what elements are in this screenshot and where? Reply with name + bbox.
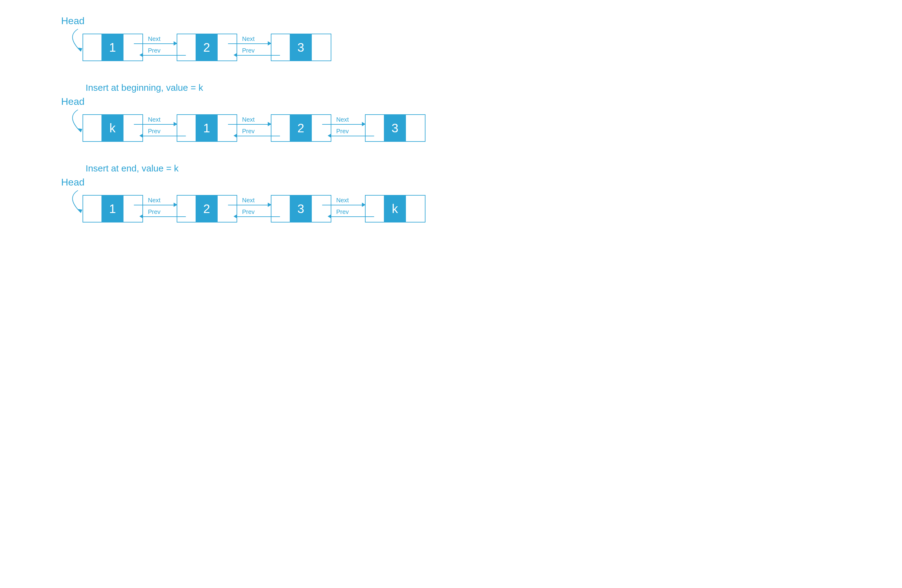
prev-cell <box>366 115 385 141</box>
node-value: 3 <box>290 195 312 222</box>
arrowhead-right-icon <box>362 122 366 126</box>
original-list-diagram: Head 1 Next Prev 2 Next Prev <box>18 34 884 61</box>
node-row: 1 Next Prev 2 Next Prev 3 <box>83 34 884 61</box>
list-node: k <box>365 195 426 222</box>
arrowhead-left-icon <box>328 134 331 138</box>
next-cell <box>312 34 331 61</box>
node-value: 2 <box>290 115 312 141</box>
connector: Next Prev <box>237 195 271 222</box>
head-label: Head <box>61 15 85 27</box>
prev-label: Prev <box>336 208 349 216</box>
caption-insert-end: Insert at end, value = k <box>86 163 884 174</box>
prev-cell <box>366 195 385 222</box>
prev-arrow-line <box>331 136 374 136</box>
next-label: Next <box>242 36 255 42</box>
insert-end-diagram: Head 1 Next Prev 2 Next Prev <box>18 195 884 222</box>
list-node: 3 <box>365 114 426 142</box>
next-label: Next <box>242 116 255 123</box>
arrowhead-left-icon <box>233 214 237 219</box>
next-arrow-line <box>134 205 177 205</box>
arrowhead-right-icon <box>268 41 271 45</box>
prev-label: Prev <box>336 128 349 135</box>
prev-label: Prev <box>242 128 255 135</box>
arrowhead-left-icon <box>139 53 143 57</box>
list-node: 3 <box>271 34 331 61</box>
prev-arrow-line <box>331 216 374 217</box>
prev-cell <box>271 115 290 141</box>
head-arrow-icon <box>63 28 92 52</box>
prev-label: Prev <box>242 47 255 54</box>
connector: Next Prev <box>143 195 177 222</box>
prev-cell <box>271 195 290 222</box>
head-label: Head <box>61 177 85 188</box>
head-arrow-icon <box>63 189 92 213</box>
prev-arrow-line <box>143 216 186 217</box>
list-node: 2 <box>177 34 237 61</box>
node-value: 3 <box>385 115 406 141</box>
prev-arrow-line <box>237 216 280 217</box>
connector: Next Prev <box>331 195 365 222</box>
list-node: 2 <box>271 114 331 142</box>
caption-insert-begin: Insert at beginning, value = k <box>86 83 884 93</box>
next-label: Next <box>242 197 255 204</box>
node-value: k <box>102 115 124 141</box>
next-arrow-line <box>228 44 271 44</box>
arrowhead-right-icon <box>362 203 366 207</box>
prev-label: Prev <box>148 208 160 216</box>
prev-cell <box>271 34 290 61</box>
node-value: 1 <box>102 195 124 222</box>
prev-arrow-line <box>143 55 186 56</box>
next-arrow-line <box>134 124 177 125</box>
prev-cell <box>177 115 196 141</box>
next-label: Next <box>148 197 160 204</box>
arrowhead-right-icon <box>174 122 177 126</box>
arrowhead-right-icon <box>268 122 271 126</box>
node-value: 1 <box>196 115 218 141</box>
head-arrow-icon <box>63 108 92 133</box>
arrowhead-left-icon <box>139 134 143 138</box>
next-arrow-line <box>228 124 271 125</box>
connector: Next Prev <box>237 114 271 142</box>
connector: Next Prev <box>237 34 271 61</box>
next-label: Next <box>336 197 349 204</box>
list-node: 1 <box>177 114 237 142</box>
prev-label: Prev <box>242 208 255 216</box>
next-label: Next <box>148 36 160 42</box>
node-value: k <box>385 195 406 222</box>
connector: Next Prev <box>143 114 177 142</box>
prev-arrow-line <box>237 55 280 56</box>
list-node: 2 <box>177 195 237 222</box>
arrowhead-left-icon <box>139 214 143 219</box>
connector: Next Prev <box>143 34 177 61</box>
arrowhead-right-icon <box>174 203 177 207</box>
node-value: 2 <box>196 195 218 222</box>
next-label: Next <box>336 116 349 123</box>
prev-arrow-line <box>237 136 280 136</box>
node-row: 1 Next Prev 2 Next Prev 3 <box>83 195 884 222</box>
node-value: 3 <box>290 34 312 61</box>
arrowhead-left-icon <box>233 53 237 57</box>
prev-arrow-line <box>143 136 186 136</box>
arrowhead-left-icon <box>233 134 237 138</box>
next-arrow-line <box>134 44 177 44</box>
next-cell <box>406 195 425 222</box>
prev-label: Prev <box>148 128 160 135</box>
node-row: k Next Prev 1 Next Prev 2 <box>83 114 884 142</box>
arrowhead-left-icon <box>328 214 331 219</box>
connector: Next Prev <box>331 114 365 142</box>
arrowhead-right-icon <box>174 41 177 45</box>
head-label: Head <box>61 96 85 107</box>
insert-begin-diagram: Head k Next Prev 1 Next Prev <box>18 114 884 142</box>
prev-cell <box>177 195 196 222</box>
next-arrow-line <box>322 124 365 125</box>
node-value: 2 <box>196 34 218 61</box>
arrowhead-right-icon <box>268 203 271 207</box>
next-arrow-line <box>228 205 271 205</box>
prev-cell <box>177 34 196 61</box>
node-value: 1 <box>102 34 124 61</box>
next-cell <box>406 115 425 141</box>
list-node: 3 <box>271 195 331 222</box>
next-label: Next <box>148 116 160 123</box>
next-arrow-line <box>322 205 365 205</box>
prev-label: Prev <box>148 47 160 54</box>
